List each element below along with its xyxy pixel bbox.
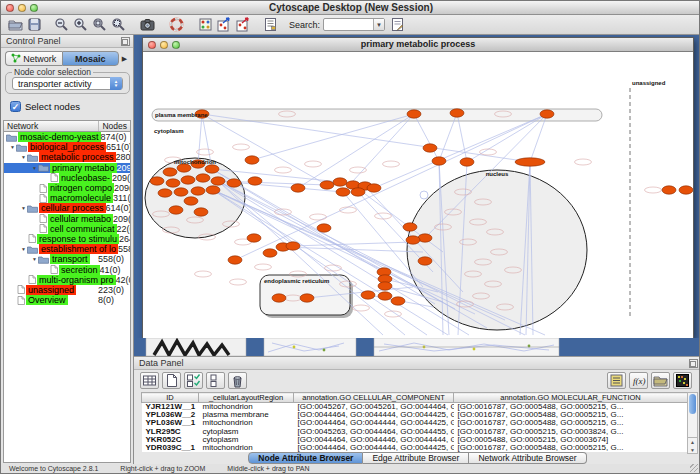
tree-row-nitrogen-compo[interactable]: nitrogen compo209(0) xyxy=(4,183,130,193)
attribute-matrix-button[interactable] xyxy=(673,372,692,389)
tree-row-primary-metabo[interactable]: ▼primary metabo209(... xyxy=(4,163,130,173)
table-row[interactable]: YPL036W__2plasma membrane[GO:0044464, GO… xyxy=(142,411,688,419)
annotation-button[interactable] xyxy=(262,16,279,33)
tab-edge-attribute-browser[interactable]: Edge Attribute Browser xyxy=(363,452,469,464)
overview-grid-button[interactable] xyxy=(197,16,214,33)
expander-icon[interactable]: ▼ xyxy=(31,256,38,262)
folder-icon xyxy=(27,204,38,213)
search-config-button[interactable] xyxy=(389,16,406,33)
table-row[interactable]: YJR121W__1mitochondrion[GO:0045267, GO:0… xyxy=(142,403,688,412)
tree-label: mosaic-demo-yeast xyxy=(18,132,101,142)
node-count: 8(0) xyxy=(98,295,130,305)
float-panel-icon[interactable] xyxy=(121,37,130,46)
tree-row-biological-process[interactable]: ▼biological_process651(0) xyxy=(4,142,130,152)
tree-row-establishment-of-lo[interactable]: ▼establishment of lo558(0) xyxy=(4,244,130,254)
tree-row-macromolecule[interactable]: macromolecule311(0) xyxy=(4,193,130,203)
network-window-titlebar[interactable]: primary metabolic process xyxy=(143,38,693,52)
tree-row-response-to-stimulu[interactable]: response to stimulu264(0) xyxy=(4,234,130,244)
tree-row-unassigned[interactable]: unassigned223(0) xyxy=(4,285,130,295)
tree-row-multi-organism-pro[interactable]: multi-organism pro42(0) xyxy=(4,275,130,285)
search-dropdown-icon[interactable]: ▼ xyxy=(373,19,384,30)
folder-icon xyxy=(27,153,38,162)
network-node xyxy=(662,186,676,194)
tree-row-nucleobase-[interactable]: nucleobase-209(0) xyxy=(4,173,130,183)
tree-label: transport xyxy=(50,254,90,264)
delete-attribute-button[interactable] xyxy=(228,372,247,389)
node-label xyxy=(645,187,662,193)
network-node xyxy=(367,184,381,192)
attribute-list-button[interactable] xyxy=(607,372,626,389)
expander-icon[interactable]: ▼ xyxy=(20,154,27,160)
expander-icon[interactable]: ▼ xyxy=(20,246,27,252)
import-attributes-button[interactable] xyxy=(651,372,670,389)
tree-row-cellular-process[interactable]: ▼cellular process614(0) xyxy=(4,203,130,213)
save-session-button[interactable] xyxy=(26,16,43,33)
cell: YLR295C xyxy=(142,428,199,436)
function-builder-button[interactable]: f(x) xyxy=(629,372,648,389)
network-canvas[interactable]: plasma membranecytoplasmmitochondrionnuc… xyxy=(143,52,693,338)
column-nodes[interactable]: Nodes xyxy=(99,121,130,131)
compartment-label: mitochondrion xyxy=(174,159,216,165)
expander-icon[interactable]: ▼ xyxy=(31,165,38,171)
tree-row-metabolic-process[interactable]: ▼metabolic process280(0) xyxy=(4,152,130,162)
unselect-attributes-button[interactable] xyxy=(206,372,225,389)
resize-grip[interactable] xyxy=(690,464,698,472)
tree-label: cell communicat xyxy=(48,224,117,234)
tree-row-cell-communicat[interactable]: cell communicat22(0) xyxy=(4,224,130,234)
node-count: 264(0) xyxy=(119,234,131,244)
network-node xyxy=(194,208,208,216)
table-row[interactable]: YLR295Ccytoplasm[GO:0045263, GO:0044464,… xyxy=(142,428,688,436)
tree-row-cellular-metabo[interactable]: cellular metabo209(0) xyxy=(4,214,130,224)
zoom-fit-button[interactable] xyxy=(110,16,127,33)
expander-icon[interactable]: ▼ xyxy=(9,144,16,150)
tab-network-attribute-browser[interactable]: Network Attribute Browser xyxy=(469,452,586,464)
tab-network[interactable]: Network xyxy=(5,51,62,66)
network-tree-icon xyxy=(11,53,21,65)
scrollbar-thumb[interactable] xyxy=(689,394,696,414)
attr-table-button[interactable] xyxy=(140,372,159,389)
column-header[interactable]: annotation.GO MOLECULAR_FUNCTION xyxy=(454,393,688,403)
tab-node-attribute-browser[interactable]: Node Attribute Browser xyxy=(248,452,363,464)
float-panel-icon[interactable] xyxy=(689,359,698,368)
table-row[interactable]: YKR052Ccytoplasm[GO:0044464, GO:0044446,… xyxy=(142,436,688,444)
select-attributes-button[interactable] xyxy=(184,372,203,389)
column-header[interactable]: ID xyxy=(142,393,199,403)
open-session-button[interactable] xyxy=(7,16,24,33)
expander-icon[interactable]: ▼ xyxy=(20,205,27,211)
tree-row-secretion[interactable]: secretion41(0) xyxy=(4,264,130,274)
network-node xyxy=(432,157,446,165)
cytoscape-desktop-window: Cytoscape Desktop (New Session) Search:▼… xyxy=(0,0,700,474)
layout-red-button[interactable] xyxy=(235,16,252,33)
tab-mosaic[interactable]: Mosaic xyxy=(62,51,120,66)
new-document-button[interactable] xyxy=(162,372,181,389)
column-network[interactable]: Network xyxy=(4,121,99,131)
select-nodes-checkbox[interactable]: ✓ xyxy=(10,101,21,112)
scrollbar-arrows[interactable]: ▲▼ xyxy=(688,437,697,453)
tab-overflow-icon[interactable]: ▶ xyxy=(119,51,130,66)
layout-blue-button[interactable] xyxy=(216,16,233,33)
network-node xyxy=(184,197,198,205)
column-header[interactable]: _cellularLayoutRegion xyxy=(199,393,294,403)
column-header[interactable]: annotation.GO CELLULAR_COMPONENT xyxy=(294,393,454,403)
table-row[interactable]: YPL036W__1mitochondrion[GO:0044464, GO:0… xyxy=(142,419,688,427)
network-node xyxy=(291,184,305,192)
zoom-out-button[interactable] xyxy=(53,16,70,33)
search-input[interactable]: ▼ xyxy=(323,18,385,31)
network-node xyxy=(286,242,300,250)
help-button[interactable] xyxy=(168,16,185,33)
tree-row-overview[interactable]: Overview8(0) xyxy=(4,295,130,305)
tree-row-transport[interactable]: ▼transport558(0) xyxy=(4,254,130,264)
data-panel: Data Panel f(x) ID_cellularLayoutRegiona… xyxy=(134,356,700,466)
node-count: 209(0) xyxy=(113,214,131,224)
zoom-in-button[interactable] xyxy=(72,16,89,33)
node-count: 42(0) xyxy=(116,275,131,285)
network-node xyxy=(540,110,554,118)
snapshot-button[interactable] xyxy=(139,16,156,33)
network-node xyxy=(163,168,177,176)
zoom-selected-button[interactable] xyxy=(91,16,108,33)
node-color-select[interactable]: transporter activity ▲▼ xyxy=(12,77,123,90)
node-count: 874(0) xyxy=(101,132,131,142)
table-scrollbar[interactable]: ▲▼ xyxy=(687,392,698,454)
tree-row-mosaic-demo-yeast[interactable]: mosaic-demo-yeast874(0) xyxy=(4,132,130,142)
edge xyxy=(293,242,413,246)
